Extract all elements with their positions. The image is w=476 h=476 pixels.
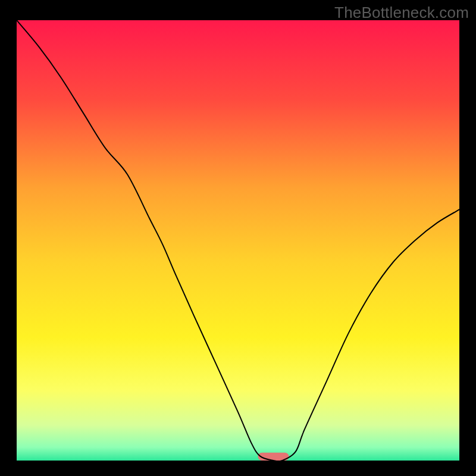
watermark-text: TheBottleneck.com [334, 4, 469, 22]
chart-container: TheBottleneck.com [0, 0, 476, 476]
plot-area [17, 20, 459, 461]
gradient-background [17, 20, 459, 461]
